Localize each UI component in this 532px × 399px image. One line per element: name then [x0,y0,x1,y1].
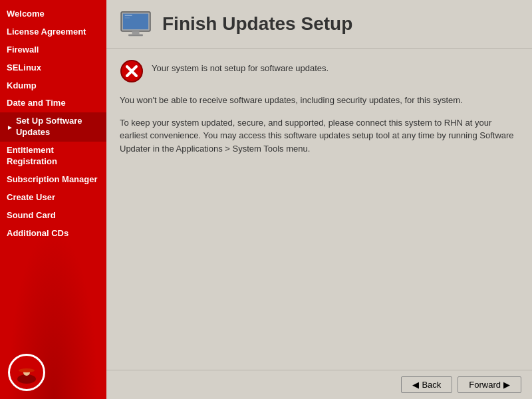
redhat-logo [8,354,45,391]
sidebar-item-subscription[interactable]: Subscription Manager [0,171,106,189]
sidebar-item-datetime[interactable]: Date and Time [0,94,106,112]
footer: ◀ Back Forward ▶ [106,370,532,399]
warning-box: Your system is not setup for software up… [120,59,519,83]
sidebar-item-license[interactable]: License Agreement [0,23,106,41]
back-button[interactable]: ◀ Back [401,376,452,393]
svg-rect-11 [128,34,143,36]
redhat-logo-svg [13,359,40,386]
info-paragraph-1: You won't be able to receive software up… [120,94,519,107]
forward-arrow-icon: ▶ [503,380,510,390]
error-icon [120,59,144,83]
sidebar-item-entitlement[interactable]: Entitlement Registration [0,142,106,171]
back-arrow-icon: ◀ [412,380,419,390]
page-header: Finish Updates Setup [106,0,532,49]
sidebar-item-selinux[interactable]: SELinux [0,59,106,77]
warning-text: Your system is not setup for software up… [152,59,329,73]
forward-button[interactable]: Forward ▶ [458,376,521,393]
svg-point-5 [19,368,35,372]
page-title: Finish Updates Setup [162,13,352,35]
svg-point-0 [17,374,36,384]
sidebar-item-welcome[interactable]: Welcome [0,5,106,23]
info-paragraph-2: To keep your system updated, secure, and… [120,116,519,156]
sidebar-item-firewall[interactable]: Firewall [0,41,106,59]
svg-rect-7 [123,14,148,30]
sidebar-item-setup-updates[interactable]: ► Set Up Software Updates [0,112,106,142]
monitor-icon [120,11,152,37]
content-body: Your system is not setup for software up… [106,49,532,370]
svg-rect-10 [132,31,140,35]
content-area: Finish Updates Setup Your system is not … [106,0,532,399]
main-layout: Welcome License Agreement Firewall SELin… [0,0,532,399]
sidebar-item-create-user[interactable]: Create User [0,189,106,207]
sidebar-nav: Welcome License Agreement Firewall SELin… [0,0,106,242]
sidebar: Welcome License Agreement Firewall SELin… [0,0,106,399]
active-arrow-icon: ► [7,123,13,132]
sidebar-item-additional-cds[interactable]: Additional CDs [0,225,106,243]
sidebar-item-kdump[interactable]: Kdump [0,77,106,95]
sidebar-item-sound-card[interactable]: Sound Card [0,207,106,225]
